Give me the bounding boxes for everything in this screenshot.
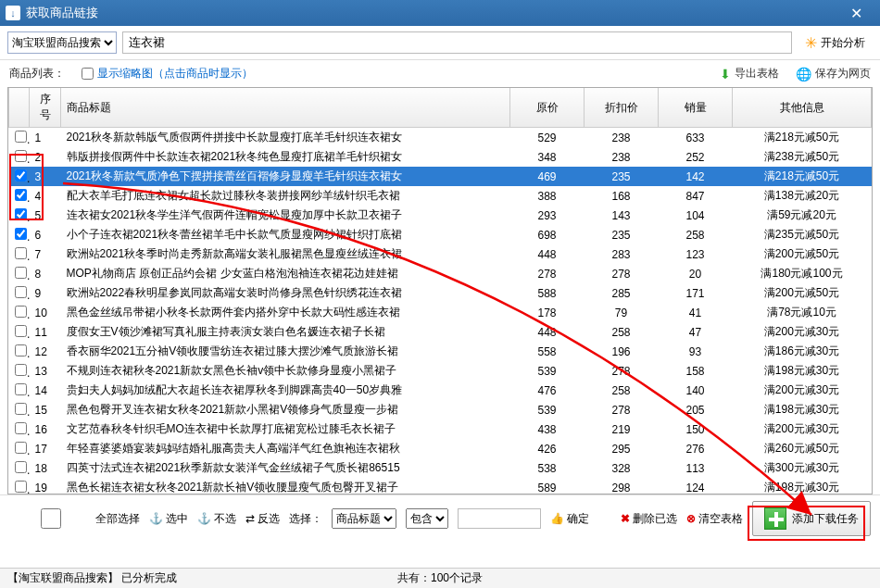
row-disc: 235 [585,225,659,244]
row-title: 香衣丽华2021五分袖V领收腰雪纺连衣裙过膝大摆沙滩气质旅游长裙 [61,342,510,361]
col-sales[interactable]: 销量 [659,88,733,128]
export-button[interactable]: ⬇ 导出表格 [720,66,779,81]
row-checkbox[interactable] [15,481,27,493]
clear-btn[interactable]: ⊗清空表格 [686,511,743,527]
table-row[interactable]: 12香衣丽华2021五分袖V领收腰雪纺连衣裙过膝大摆沙滩气质旅游长裙558196… [9,342,872,361]
row-info: 满200元减50元 [733,283,872,303]
status-center: 共有：100个记录 [397,570,483,586]
row-disc: 168 [585,186,659,206]
row-checkbox[interactable] [15,247,27,259]
row-checkbox[interactable] [15,461,27,473]
row-info: 满186元减30元 [733,342,872,361]
row-info: 满78元减10元 [733,303,872,322]
search-input[interactable] [122,31,792,54]
thumb-checkbox[interactable] [82,68,94,80]
table-row[interactable]: 6小个子连衣裙2021秋冬蕾丝裙羊毛中长款气质显瘦网纱裙针织打底裙6982352… [9,225,872,244]
row-sales: 258 [659,225,733,244]
table-row[interactable]: 18四英寸法式连衣裙2021秋季新款女装洋气金丝绒裙子气质长裙865155383… [9,458,872,478]
row-title: 2021秋冬新款韩版气质假两件拼接中长款显瘦打底羊毛针织连衣裙女 [61,128,510,148]
table-row[interactable]: 14贵妇夫人妈妈加绒配大衣超长连衣裙厚秋冬到脚踝高贵40一50岁典雅476258… [9,381,872,400]
globe-icon: 🌐 [796,67,811,81]
row-checkbox[interactable] [15,344,27,357]
row-idx: 6 [30,225,61,244]
contain-select[interactable]: 包含 [406,508,448,529]
row-checkbox[interactable] [15,267,27,279]
check-btn[interactable]: ⚓选中 [149,511,188,527]
table-row[interactable]: 10黑色金丝绒吊带裙小秋冬长款两件套内搭外穿中长款大码性感连衣裙1787941满… [9,303,872,322]
analyze-button[interactable]: ✳ 开始分析 [798,32,873,54]
row-checkbox[interactable] [15,383,27,395]
row-checkbox[interactable] [15,169,27,181]
row-info: 满59元减20元 [733,206,872,225]
row-info: 满218元减50元 [733,128,872,148]
row-info: 满238元减50元 [733,147,872,167]
row-checkbox[interactable] [15,306,27,318]
add-task-button[interactable]: 添加下载任务 [752,501,871,536]
filter-input[interactable] [458,508,541,529]
row-checkbox[interactable] [15,131,27,143]
confirm-btn[interactable]: 👍确定 [550,511,589,527]
row-title: 欧洲站2021秋冬季时尚走秀新款高端女装礼服裙黑色显瘦丝绒连衣裙 [61,244,510,264]
footer-toolbar: 全部选择 ⚓选中 ⚓不选 ⇄反选 选择： 商品标题 包含 👍确定 ✖删除已选 ⊗… [0,494,880,542]
row-title: 文艺范春秋冬针织毛MO连衣裙中长款厚打底裙宽松过膝毛衣长裙子 [61,419,510,439]
row-disc: 278 [585,361,659,381]
row-idx: 2 [30,147,61,167]
save-web-button[interactable]: 🌐 保存为网页 [796,66,871,81]
table-row[interactable]: 32021秋冬新款气质净色下摆拼接蕾丝百褶修身显瘦羊毛针织连衣裙女4692351… [9,167,872,186]
row-title: 黑色长裙连衣裙女秋冬2021新款长袖V领收腰显瘦气质包臀开叉裙子 [61,478,510,494]
row-checkbox[interactable] [15,150,27,162]
table-row[interactable]: 12021秋冬新款韩版气质假两件拼接中长款显瘦打底羊毛针织连衣裙女5292386… [9,128,872,148]
row-disc: 283 [585,244,659,264]
row-idx: 15 [30,400,61,419]
row-checkbox[interactable] [15,325,27,337]
table-row[interactable]: 19黑色长裙连衣裙女秋冬2021新款长袖V领收腰显瘦气质包臀开叉裙子589298… [9,478,872,494]
col-title[interactable]: 商品标题 [61,88,510,128]
delete-selected-btn[interactable]: ✖删除已选 [621,511,677,527]
uncheck-btn[interactable]: ⚓不选 [197,511,236,527]
row-idx: 14 [30,381,61,400]
row-checkbox[interactable] [15,286,27,298]
table-row[interactable]: 13不规则连衣裙秋冬2021新款女黑色长袖v领中长款修身显瘦小黑裙子539278… [9,361,872,381]
table-row[interactable]: 7欧洲站2021秋冬季时尚走秀新款高端女装礼服裙黑色显瘦丝绒连衣裙4482831… [9,244,872,264]
row-checkbox[interactable] [15,442,27,454]
row-idx: 18 [30,458,61,478]
row-checkbox[interactable] [15,403,27,415]
row-orig: 538 [510,458,585,478]
row-info: 满180元减100元 [733,264,872,283]
row-orig: 348 [510,147,585,167]
row-sales: 171 [659,283,733,303]
row-idx: 5 [30,206,61,225]
invert-btn[interactable]: ⇄反选 [245,511,280,527]
app-icon: ↓ [6,6,20,20]
select-all[interactable]: 全部选择 [9,508,140,529]
source-select[interactable]: 淘宝联盟商品搜索 [7,31,117,54]
row-orig: 278 [510,264,585,283]
row-sales: 20 [659,264,733,283]
col-idx[interactable]: 序号 [30,88,61,128]
col-disc[interactable]: 折扣价 [585,88,659,128]
table-row[interactable]: 16文艺范春秋冬针织毛MO连衣裙中长款厚打底裙宽松过膝毛衣长裙子43821915… [9,419,872,439]
table-row[interactable]: 15黑色包臀开叉连衣裙女秋冬2021新款小黑裙V领修身气质显瘦一步裙539278… [9,400,872,419]
table-row[interactable]: 8MOP礼物商店 原创正品约会裙 少女蓝白格泡泡袖连衣裙花边娃娃裙2782782… [9,264,872,283]
product-grid[interactable]: 序号 商品标题 原价 折扣价 销量 其他信息 12021秋冬新款韩版气质假两件拼… [7,87,873,494]
row-checkbox[interactable] [15,228,27,240]
row-idx: 1 [30,128,61,148]
table-row[interactable]: 2韩版拼接假两件中长款连衣裙2021秋冬纯色显瘦打底裙羊毛针织裙女3482382… [9,147,872,167]
table-row[interactable]: 5连衣裙女2021秋冬学生洋气假两件连帽宽松显瘦加厚中长款卫衣裙子2931431… [9,206,872,225]
col-info[interactable]: 其他信息 [733,88,872,128]
table-row[interactable]: 11度假女王V领沙滩裙写真礼服主持表演女装白色名媛连衣裙子长裙44825847满… [9,322,872,342]
col-check[interactable] [9,88,30,128]
row-checkbox[interactable] [15,422,27,434]
table-row[interactable]: 4配大衣羊毛打底连衣裙女超长款过膝秋冬装拼接网纱羊绒针织毛衣裙388168847… [9,186,872,206]
close-button[interactable]: ✕ [837,5,874,22]
row-checkbox[interactable] [15,189,27,201]
row-checkbox[interactable] [15,208,27,220]
export-icon: ⬇ [720,67,731,81]
field-select[interactable]: 商品标题 [332,508,396,529]
thumb-checkbox-wrap[interactable]: 显示缩略图（点击商品时显示） [82,66,253,81]
table-row[interactable]: 17年轻喜婆婆婚宴装妈妈结婚礼服高贵夫人高端洋气红色旗袍连衣裙秋42629527… [9,439,872,458]
row-checkbox[interactable] [15,364,27,376]
col-orig[interactable]: 原价 [510,88,585,128]
table-row[interactable]: 9欧洲站2022春秋明星参岚同款高端女装时尚修身黑色针织绣花连衣裙5882851… [9,283,872,303]
row-idx: 10 [30,303,61,322]
